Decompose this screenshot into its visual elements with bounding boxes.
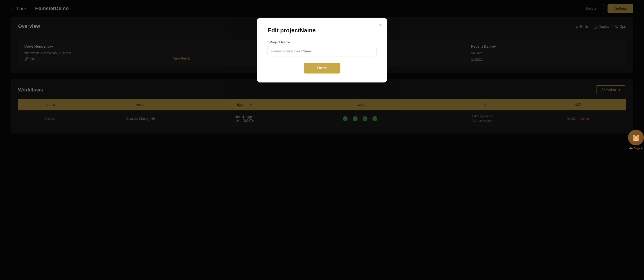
project-name-label: * Project Name — [268, 40, 376, 44]
required-star: * — [268, 40, 269, 44]
get-support-widget: 🐹 Get Support — [628, 130, 644, 150]
project-name-field-label: Project Name — [270, 40, 290, 44]
support-mascot-icon[interactable]: 🐹 — [628, 130, 644, 145]
edit-modal: × Edit projectName * Project Name Done — [257, 18, 387, 82]
done-button[interactable]: Done — [304, 63, 340, 73]
support-label: Get Support — [628, 146, 644, 150]
modal-close-button[interactable]: × — [379, 22, 382, 27]
modal-title: Edit projectName — [268, 27, 376, 34]
project-name-input[interactable] — [268, 46, 376, 56]
modal-overlay[interactable]: × Edit projectName * Project Name Done — [0, 0, 644, 280]
